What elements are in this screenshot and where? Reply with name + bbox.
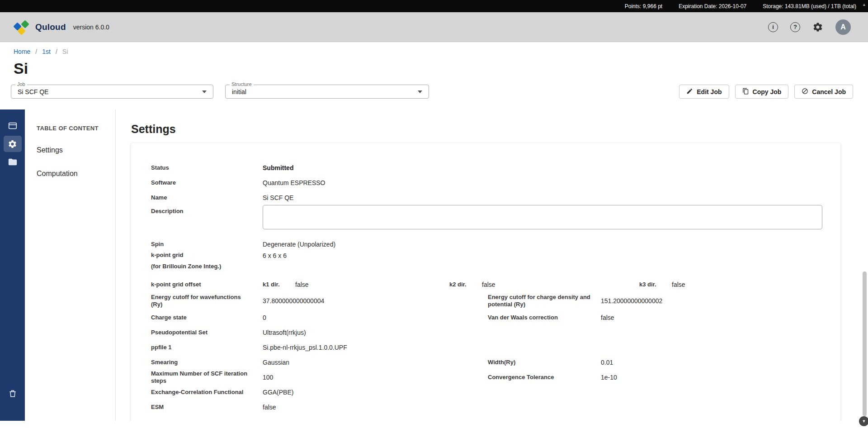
field-label-line: k-point grid [151,252,254,259]
toc-item-computation[interactable]: Computation [37,170,115,178]
field-value: 6 x 6 x 6 [263,252,488,259]
row-charge-state: Charge state 0 Van der Waals correction … [151,310,822,325]
structure-select[interactable]: Structure initial [225,85,429,99]
field-label: Charge state [151,314,263,321]
row-software: Software Quantum ESPRESSO [151,175,822,190]
sidebar-jobs-icon[interactable] [4,118,22,134]
job-action-buttons: Edit Job Copy Job Cancel Job [679,85,853,99]
sidebar-files-icon[interactable] [4,154,22,170]
storage-label: Storage: 143.81MB (used) / 1TB (total) [763,3,856,10]
field-label: Maximum Number of SCF iteration steps [151,370,263,385]
info-icon[interactable]: i [768,22,778,32]
breadcrumb-home-link[interactable]: Home [14,48,30,55]
row-spin: Spin Degenerate (Unpolarized) [151,237,822,252]
expiration-date-label: Expiration Date: 2026-10-07 [679,3,746,10]
field-value: 0.01 [601,359,822,366]
row-energy-cutoff: Energy cutoff for wavefunctions (Ry) 37.… [151,292,822,310]
brand-name: Quloud [35,22,66,32]
cancel-icon [802,88,808,96]
row-description: Description [151,205,822,237]
job-select[interactable]: Job Si SCF QE [11,85,213,99]
settings-gear-icon[interactable] [812,22,823,33]
table-of-content: TABLE OF CONTENT Settings Computation [25,109,116,421]
field-sublabel: k1 dir. [263,281,295,288]
dropdown-caret-icon [418,90,422,93]
field-label: Status [151,164,263,171]
field-value: Gaussian [263,359,488,366]
job-select-label: Job [15,81,27,87]
row-name: Name Si SCF QE [151,190,822,205]
field-label: k-point grid offset [151,281,263,288]
copy-job-button[interactable]: Copy Job [735,85,789,99]
field-value: GGA(PBE) [263,389,488,396]
scroll-down-icon[interactable]: ▼ [859,416,868,426]
field-label: Name [151,194,263,201]
sidebar [0,109,25,421]
dropdown-caret-icon [202,90,207,93]
info-glyph: i [772,24,774,30]
field-value: 151.20000000000002 [601,297,822,304]
cancel-job-button[interactable]: Cancel Job [794,85,853,99]
version-label: version 6.0.0 [73,24,109,31]
copy-icon [742,88,749,96]
field-label: ESM [151,404,263,411]
breadcrumb-separator: / [56,48,57,55]
field-label: Van der Waals correction [488,314,601,321]
field-value: 37.800000000000004 [263,297,488,304]
field-label: Exchange-Correlation Functional [151,389,263,396]
k3-offset: k3 dir. false [639,281,822,288]
breadcrumb-separator: / [35,48,37,55]
scrollbar-thumb[interactable] [863,271,867,416]
field-sublabel: k3 dir. [639,281,672,288]
main-area: TABLE OF CONTENT Settings Computation Se… [0,109,868,421]
app-window: Points: 9,966 pt Expiration Date: 2026-1… [0,0,868,421]
scroll-up-icon[interactable]: ▲ [862,2,866,7]
field-label: Spin [151,241,263,248]
field-sublabel: k2 dir. [449,281,482,288]
k2-offset: k2 dir. false [449,281,639,288]
row-esm: ESM false [151,399,822,414]
description-input[interactable] [263,205,822,229]
row-pseudopotential: Pseudopotential Set Ultrasoft(rrkjus) [151,325,822,340]
field-label: Smearing [151,359,263,366]
help-icon[interactable]: ? [790,22,800,32]
sidebar-settings-icon[interactable] [4,136,22,152]
user-avatar[interactable]: A [835,19,851,35]
field-value: false [672,281,685,288]
status-badge: Submitted [263,164,488,171]
field-value: false [482,281,495,288]
trash-icon[interactable] [4,385,22,402]
cancel-job-label: Cancel Job [812,88,846,95]
field-label: k-point grid (for Brillouin Zone Integ.) [151,252,263,270]
field-value: Si.pbe-nl-rrkjus_psl.1.0.0.UPF [263,344,488,351]
k1-offset: k1 dir. false [263,281,449,288]
job-controls: Job Si SCF QE Structure initial Edit Job… [0,77,868,99]
toc-title: TABLE OF CONTENT [37,125,115,132]
row-status: Status Submitted [151,160,822,175]
field-label: Convergence Tolerance [488,374,601,381]
edit-job-button[interactable]: Edit Job [679,85,729,99]
breadcrumb-current: Si [62,48,68,55]
edit-icon [686,88,693,96]
structure-select-value: initial [232,88,246,95]
field-value: false [263,404,488,411]
edit-job-label: Edit Job [697,88,722,95]
quloud-logo-icon [14,19,31,36]
field-value: Quantum ESPRESSO [263,179,488,186]
field-label: Width(Ry) [488,359,601,366]
row-scf-steps: Maximum Number of SCF iteration steps 10… [151,370,822,385]
row-kpoint-grid-offset: k-point grid offset k1 dir. false k2 dir… [151,277,822,292]
field-label: Description [151,205,263,215]
toc-item-settings[interactable]: Settings [37,146,115,154]
field-label: Energy cutoff for wavefunctions (Ry) [151,294,263,308]
row-smearing: Smearing Gaussian Width(Ry) 0.01 [151,355,822,370]
copy-job-label: Copy Job [753,88,782,95]
field-value: false [295,281,309,288]
field-value: 1e-10 [601,374,822,381]
field-value: Degenerate (Unpolarized) [263,241,488,248]
field-label-subline: (for Brillouin Zone Integ.) [151,263,254,270]
field-label: Energy cutoff for charge density and pot… [488,294,601,308]
points-label: Points: 9,966 pt [625,3,662,10]
structure-select-label: Structure [230,81,254,87]
breadcrumb-parent-link[interactable]: 1st [42,48,51,55]
